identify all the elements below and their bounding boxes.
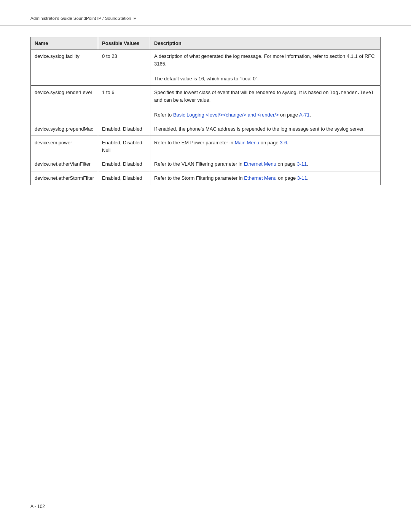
table-row: device.syslog.prependMac Enabled, Disabl… xyxy=(31,122,381,136)
row-description: Refer to the Storm Filtering parameter i… xyxy=(150,171,381,185)
row-name: device.syslog.facility xyxy=(31,50,98,86)
col-header-description: Description xyxy=(150,37,381,50)
table-row: device.syslog.renderLevel 1 to 6 Specifi… xyxy=(31,86,381,122)
table-row: device.net.etherStormFilter Enabled, Dis… xyxy=(31,171,381,185)
row-description: If enabled, the phone’s MAC address is p… xyxy=(150,122,381,136)
row-values: 1 to 6 xyxy=(98,86,150,122)
basic-logging-link[interactable]: Basic Logging <level/><change/> and <ren… xyxy=(173,112,279,118)
header-title: Administrator's Guide SoundPoint IP / So… xyxy=(30,16,137,21)
row-values: Enabled, Disabled xyxy=(98,122,150,136)
page-3-11-storm-link[interactable]: 3-11 xyxy=(297,175,307,181)
code-snippet: log.render.level xyxy=(330,90,374,96)
table-row: device.em.power Enabled, Disabled, Null … xyxy=(31,136,381,157)
page-3-11-vlan-link[interactable]: 3-11 xyxy=(297,161,307,167)
row-name: device.net.etherVlanFilter xyxy=(31,157,98,171)
row-values: Enabled, Disabled xyxy=(98,157,150,171)
row-values: Enabled, Disabled xyxy=(98,171,150,185)
row-description: A description of what generated the log … xyxy=(150,50,381,86)
page-a71-link[interactable]: A-71 xyxy=(299,112,309,118)
row-values: Enabled, Disabled, Null xyxy=(98,136,150,157)
page-header: Administrator's Guide SoundPoint IP / So… xyxy=(0,0,411,26)
table-row: device.syslog.facility 0 to 23 A descrip… xyxy=(31,50,381,86)
ethernet-menu-vlan-link[interactable]: Ethernet Menu xyxy=(244,161,276,167)
row-description: Specifies the lowest class of event that… xyxy=(150,86,381,122)
row-name: device.syslog.renderLevel xyxy=(31,86,98,122)
col-header-name: Name xyxy=(31,37,98,50)
row-description: Refer to the EM Power parameter in Main … xyxy=(150,136,381,157)
page-3-6-link[interactable]: 3-6 xyxy=(280,140,287,145)
page-number: A - 102 xyxy=(30,504,45,509)
col-header-values: Possible Values xyxy=(98,37,150,50)
page-content: Name Possible Values Description device.… xyxy=(0,37,411,185)
ethernet-menu-storm-link[interactable]: Ethernet Menu xyxy=(244,175,276,181)
table-header-row: Name Possible Values Description xyxy=(31,37,381,50)
row-name: device.net.etherStormFilter xyxy=(31,171,98,185)
row-description: Refer to the VLAN Filtering parameter in… xyxy=(150,157,381,171)
row-values: 0 to 23 xyxy=(98,50,150,86)
parameters-table: Name Possible Values Description device.… xyxy=(30,37,381,185)
row-name: device.syslog.prependMac xyxy=(31,122,98,136)
page-footer: A - 102 xyxy=(30,504,45,509)
table-row: device.net.etherVlanFilter Enabled, Disa… xyxy=(31,157,381,171)
row-name: device.em.power xyxy=(31,136,98,157)
main-menu-link[interactable]: Main Menu xyxy=(235,140,259,145)
